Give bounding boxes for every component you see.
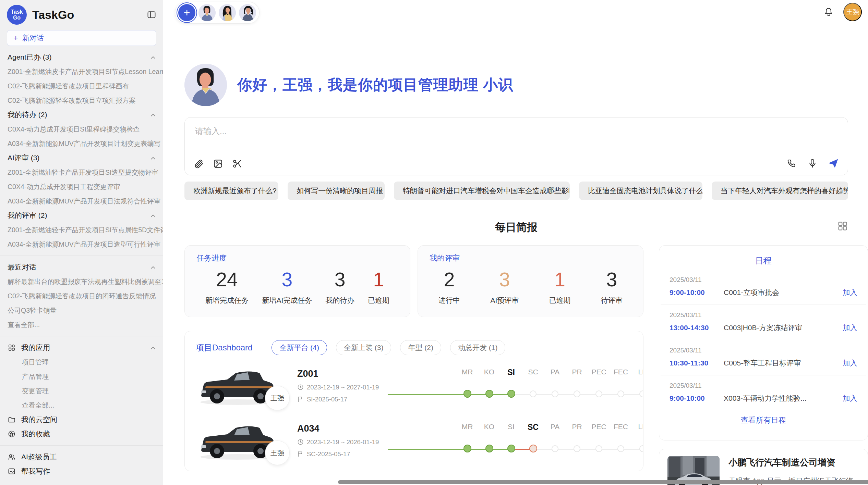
milestone-label: PA xyxy=(544,368,566,377)
list-item[interactable]: C02-飞腾新能源轻客改款项目的闭环通告反馈情况 xyxy=(0,289,163,303)
filter-pill-active[interactable]: 全新平台 (4) xyxy=(272,340,327,355)
milestone-label: PEC xyxy=(588,423,610,432)
section-ai-review[interactable]: AI评审 (3) xyxy=(0,151,163,165)
chat-input[interactable] xyxy=(195,126,837,136)
suggestion-chip[interactable]: 欧洲新规最近颁布了什么? xyxy=(184,182,278,200)
horizontal-scrollbar[interactable] xyxy=(338,480,868,484)
schedule-time: 9:00-10:00 xyxy=(670,394,724,402)
send-icon[interactable] xyxy=(828,158,839,169)
sidebar-item-cloud-space[interactable]: 我的云空间 xyxy=(0,412,163,427)
list-item[interactable]: Z001-全新燃油皮卡产品开发项目SI节点Lesson Learn报告 xyxy=(0,64,163,79)
project-row-a034[interactable]: 王强 A034 2023-12-19 ~ 2026-01-19 xyxy=(196,416,632,465)
milestone-dot xyxy=(530,390,537,397)
list-item[interactable]: A034-全新新能源MUV产品开发项目法规符合性评审 xyxy=(0,194,163,208)
microphone-icon[interactable] xyxy=(807,158,818,169)
section-my-review[interactable]: 我的评审 (2) xyxy=(0,208,163,223)
stat-in-progress: 2 进行中 xyxy=(438,268,460,305)
sidebar-item-ai-super-staff[interactable]: AI超级员工 xyxy=(0,450,163,464)
sidebar-item-product-mgmt[interactable]: 产品管理 xyxy=(0,369,163,384)
list-item[interactable]: A034-全新新能源MUV产品开发项目造型可行性评审 xyxy=(0,237,163,251)
user-avatar[interactable]: 王强 xyxy=(843,3,862,21)
milestone-label: PR xyxy=(566,368,588,377)
briefing-left-column: 任务进度 24 新增完成任务 3 新增AI完成任务 xyxy=(184,245,643,485)
sidebar-item-favorites[interactable]: 我的收藏 xyxy=(0,427,163,441)
join-link[interactable]: 加入 xyxy=(843,358,857,368)
sidebar-scroll[interactable]: Agent已办 (3) Z001-全新燃油皮卡产品开发项目SI节点Lesson … xyxy=(0,50,163,482)
image-upload-icon[interactable] xyxy=(213,159,223,169)
suggestion-chip[interactable]: 特朗普可能对进口汽车增税会对中国车企造成哪些影响 xyxy=(394,182,570,200)
suggestion-chip[interactable]: 如何写一份清晰的项目周报 xyxy=(288,182,385,200)
list-item[interactable]: C02-飞腾新能源轻客改款项目立项汇报方案 xyxy=(0,93,163,108)
list-item[interactable]: C0X4-动力总成开发项目工程变更评审 xyxy=(0,179,163,194)
project-row-z001[interactable]: 王强 Z001 2023-12-19 ~ 2027-01-19 xyxy=(196,361,632,410)
app-title: TaskGo xyxy=(32,8,147,22)
view-all-schedule-link[interactable]: 查看所有日程 xyxy=(661,415,866,425)
sidebar-collapse-icon[interactable] xyxy=(147,10,156,20)
list-item[interactable]: Z001-全新燃油轻卡产品开发项目SI节点属性5D文件评审 xyxy=(0,223,163,237)
schedule-item: 2025/03/11 9:00-10:00 X003-车辆动力学性能验... 加… xyxy=(661,375,866,410)
suggestion-chip[interactable]: 比亚迪全固态电池计划具体说了什么 xyxy=(579,182,702,200)
sidebar-item-help-me-write[interactable]: 帮我写作 xyxy=(0,464,163,478)
notification-bell-icon[interactable] xyxy=(823,7,834,17)
news-card[interactable]: 小鹏飞行汽车制造公司增资 天眼查 App 显示，近日广州汇天飞行汽... xyxy=(659,449,868,485)
sidebar-item-creative-drawing[interactable]: 创意制图 xyxy=(0,478,163,482)
join-link[interactable]: 加入 xyxy=(843,288,857,297)
new-chat-label: 新对话 xyxy=(22,33,44,43)
milestone-label: SI xyxy=(500,423,522,432)
project-info: Z001 2023-12-19 ~ 2027-01-19 SI-2025-05-… xyxy=(297,369,388,403)
my-review-card: 我的评审 2 进行中 3 AI预评审 xyxy=(418,245,643,317)
flag-icon xyxy=(297,451,304,457)
milestone-dot-done xyxy=(485,390,493,398)
milestone-dot xyxy=(574,390,580,397)
list-item[interactable]: C02-飞腾新能源轻客改款项目里程碑画布 xyxy=(0,79,163,93)
section-my-apps[interactable]: 我的应用 xyxy=(0,340,163,355)
view-all-apps-link[interactable]: 查看全部... xyxy=(0,398,163,412)
add-agent-button[interactable]: + xyxy=(178,4,195,21)
schedule-item: 2025/03/11 13:00-14:30 C003|H0B-方案冻结评审 加… xyxy=(661,305,866,340)
chevron-up-icon xyxy=(150,214,156,217)
list-item[interactable]: A034-全新新能源MUV产品开发项目计划变更表编写 xyxy=(0,136,163,151)
milestone-dot xyxy=(617,445,624,452)
stat-new-done: 24 新增完成任务 xyxy=(205,268,249,305)
section-recent-chats[interactable]: 最近对话 xyxy=(0,260,163,274)
view-all-chats-link[interactable]: 查看全部... xyxy=(0,318,163,332)
agent-avatar-2[interactable] xyxy=(219,4,236,21)
write-image-icon xyxy=(8,467,16,475)
new-chat-button[interactable]: + 新对话 xyxy=(7,30,156,46)
section-agent-done[interactable]: Agent已办 (3) xyxy=(0,50,163,64)
project-dates: 2023-12-19 ~ 2027-01-19 xyxy=(297,384,388,391)
join-link[interactable]: 加入 xyxy=(843,323,857,333)
attachment-icon[interactable] xyxy=(194,159,204,169)
join-link[interactable]: 加入 xyxy=(843,394,857,403)
sidebar-item-change-mgmt[interactable]: 变更管理 xyxy=(0,384,163,398)
schedule-item: 2025/03/11 10:30-11:30 C005-整车工程目标评审 加入 xyxy=(661,340,866,375)
scissors-icon[interactable] xyxy=(232,159,242,169)
schedule-event-title: C005-整车工程目标评审 xyxy=(724,358,838,368)
layout-grid-icon[interactable] xyxy=(837,221,848,232)
milestone-dot xyxy=(552,390,558,397)
schedule-time: 13:00-14:30 xyxy=(670,324,724,332)
project-flag-date: SC-2025-05-17 xyxy=(297,450,388,458)
list-item[interactable]: 公司Q3轻卡销量 xyxy=(0,303,163,318)
filter-pill[interactable]: 年型 (2) xyxy=(400,340,441,355)
stats-row: 任务进度 24 新增完成任务 3 新增AI完成任务 xyxy=(184,245,643,317)
sidebar-item-project-mgmt[interactable]: 项目管理 xyxy=(0,355,163,369)
list-item[interactable]: Z001-全新燃油轻卡产品开发项目SI造型提交物评审 xyxy=(0,165,163,179)
list-item[interactable]: 解释最新出台的欧盟报废车法规再生塑料比例被调至15%... xyxy=(0,274,163,289)
agent-avatar-3[interactable] xyxy=(239,4,256,21)
schedule-card: 日程 2025/03/11 9:00-10:00 C001-立项审批会 加入 xyxy=(659,245,868,440)
section-my-todo[interactable]: 我的待办 (2) xyxy=(0,108,163,122)
schedule-event-title: C001-立项审批会 xyxy=(724,288,838,297)
milestone-dot-overdue xyxy=(529,445,537,452)
phone-call-icon[interactable] xyxy=(787,158,797,169)
stat-overdue: 1 已逾期 xyxy=(368,268,389,305)
clock-icon xyxy=(297,384,304,390)
list-item[interactable]: C0X4-动力总成开发项目SI里程碑提交物检查 xyxy=(0,122,163,136)
chevron-up-icon xyxy=(150,113,156,117)
filter-pill[interactable]: 全新上装 (3) xyxy=(336,340,391,355)
filter-pill[interactable]: 动总开发 (1) xyxy=(450,340,506,355)
suggestion-chip[interactable]: 当下年轻人对汽车外观有怎样的喜好趋势 xyxy=(712,182,848,200)
schedule-event-title: X003-车辆动力学性能验... xyxy=(724,394,838,403)
agent-avatar-1[interactable] xyxy=(198,4,216,21)
logo-text-line2: Go xyxy=(13,15,21,21)
